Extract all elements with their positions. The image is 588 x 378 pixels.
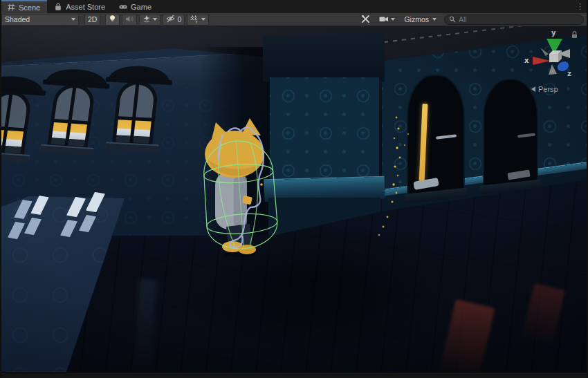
chevron-down-icon: [201, 18, 205, 21]
tab-game[interactable]: Game: [112, 0, 158, 13]
grid-icon: [7, 3, 15, 12]
shading-mode-label: Shaded: [5, 15, 30, 23]
floor-shadow: [173, 221, 463, 359]
camera-icon: [379, 15, 389, 24]
chevron-down-icon: [71, 18, 75, 21]
gizmos-dropdown[interactable]: Gizmos: [401, 14, 440, 26]
persp-arrow-icon: [531, 86, 535, 92]
chevron-down-icon: [391, 18, 395, 21]
scene-effects-dropdown[interactable]: [139, 14, 160, 26]
scene-search-field[interactable]: [444, 15, 584, 25]
tab-asset-store[interactable]: Asset Store: [47, 0, 112, 13]
unity-editor-window: Scene Asset Store Game Shaded 2D: [0, 0, 588, 378]
tab-label: Asset Store: [66, 3, 105, 11]
gizmos-label: Gizmos: [404, 15, 429, 23]
toggle-2d-label: 2D: [88, 15, 97, 23]
toggle-2d-button[interactable]: 2D: [84, 14, 100, 26]
projection-toggle[interactable]: Persp: [531, 85, 558, 93]
eye-off-icon: [166, 15, 175, 24]
component-tools-button[interactable]: [358, 14, 374, 26]
bag-icon: [54, 3, 62, 11]
tab-label: Scene: [19, 3, 40, 12]
search-icon: [449, 13, 456, 26]
tab-scene[interactable]: Scene: [0, 0, 47, 13]
scene-viewport[interactable]: y x z Persp: [0, 26, 588, 372]
scene-toolbar: Shaded 2D 0: [0, 13, 588, 26]
shading-mode-dropdown[interactable]: Shaded: [1, 14, 79, 26]
scene-audio-toggle[interactable]: [122, 14, 137, 26]
scene-lighting-toggle[interactable]: [105, 14, 120, 26]
grid-visibility-dropdown[interactable]: Y: [187, 14, 209, 26]
tools-icon: [361, 15, 370, 25]
chevron-down-icon: [432, 18, 437, 21]
grid-snap-icon: Y: [190, 15, 199, 23]
scene-camera-dropdown[interactable]: [376, 14, 398, 26]
window-left-frame: [0, 0, 1, 378]
tab-label: Game: [131, 3, 151, 11]
window-bottom-frame: [0, 372, 588, 378]
gamepad-icon: [119, 3, 127, 11]
persp-label: Persp: [538, 85, 558, 93]
chevron-down-icon: [153, 18, 157, 21]
svg-text:Y: Y: [194, 19, 198, 24]
lightbulb-icon: [109, 15, 116, 24]
pillar-cornice: [263, 32, 385, 82]
search-input[interactable]: [459, 15, 579, 23]
audio-icon: [125, 15, 134, 24]
pillar-wallpaper: [270, 77, 379, 182]
wall-corner-pillar: [263, 32, 385, 240]
scene-tabbar: Scene Asset Store Game: [0, 0, 588, 13]
scene-visibility-toggle[interactable]: 0: [163, 14, 185, 26]
hidden-count: 0: [177, 15, 181, 23]
tab-overflow-menu-icon[interactable]: [576, 1, 584, 11]
lock-icon[interactable]: [570, 30, 579, 39]
effects-icon: [143, 15, 151, 24]
